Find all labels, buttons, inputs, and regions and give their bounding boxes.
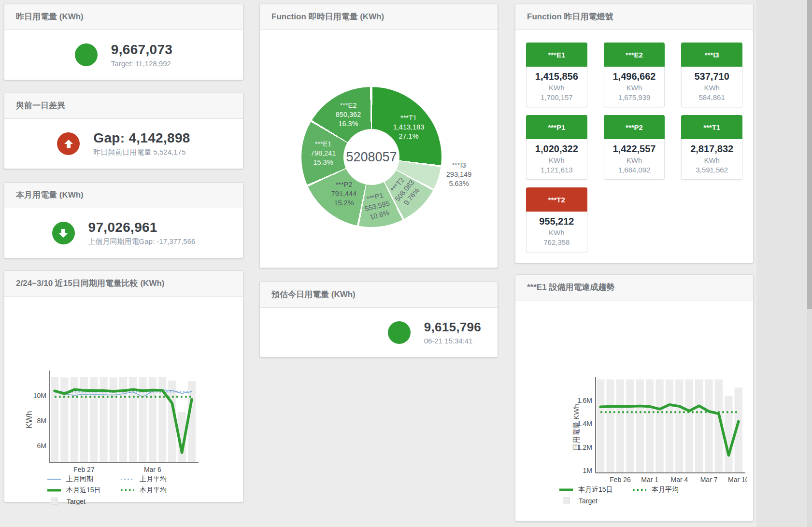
legend-box-icon <box>563 497 570 504</box>
tile-value: 1,415,856 <box>528 71 585 82</box>
panel-title: ***E1 設備用電達成趨勢 <box>515 275 753 300</box>
tile-body: 1,415,856KWh1,700,157 <box>526 67 587 107</box>
tile-name: ***E1 <box>526 43 587 67</box>
panel-title: Function 昨日用電燈號 <box>515 4 753 30</box>
svg-text:Feb 26: Feb 26 <box>610 476 631 484</box>
legend-box-icon <box>51 498 58 505</box>
panel-title: 2/24~3/10 近15日同期用電量比較 (KWh) <box>4 271 243 297</box>
stat-subtitle: 06-21 15:34:41 <box>424 337 481 345</box>
legend-line-icon <box>559 487 573 493</box>
legend-item[interactable]: 本月近15日 <box>559 484 632 495</box>
panel-month-usage: 本月用電量 (KWh) 97,026,961 上個月同期用電Gap: -17,3… <box>4 182 243 258</box>
stat-value: 97,026,961 <box>88 220 196 235</box>
legend-label: 本月平均 <box>140 486 167 495</box>
tile-body: 2,817,832KWh3,591,562 <box>681 139 742 180</box>
donut-segment-label: ***I3293,1495.63% <box>446 161 471 188</box>
compare-chart[interactable]: 6M8M10MFeb 27Mar 6 <box>26 370 200 476</box>
device-tile[interactable]: ***E21,496,662KWh1,675,939 <box>604 43 665 107</box>
legend-item[interactable]: 本月平均 <box>120 485 194 495</box>
svg-text:1.2M: 1.2M <box>577 443 592 451</box>
panel-yesterday-usage: 昨日用電量 (KWh) 9,667,073 Target: 11,128,992 <box>4 4 243 80</box>
svg-text:Mar 7: Mar 7 <box>700 476 718 484</box>
tile-value: 537,710 <box>684 71 740 82</box>
status-circle-icon <box>388 321 411 344</box>
tile-unit: KWh <box>684 156 740 164</box>
tile-body: 1,020,322KWh1,121,613 <box>526 139 587 180</box>
svg-text:Feb 27: Feb 27 <box>73 466 95 473</box>
tile-name: ***P2 <box>604 115 665 139</box>
trend-chart[interactable]: 1M1.2M1.4M1.6MFeb 26Mar 1Mar 4Mar 7Mar 1… <box>569 376 747 486</box>
legend-item[interactable]: Target <box>47 496 120 506</box>
tile-value: 1,496,662 <box>606 71 663 82</box>
trend-chart-legend: 本月近15日本月平均Target <box>559 484 706 506</box>
legend-line-icon <box>47 487 61 493</box>
panel-estimate-today: 預估今日用電量 (KWh) 9,615,796 06-21 15:34:41 <box>259 282 498 357</box>
panel-compare-chart: 2/24~3/10 近15日同期用電量比較 (KWh) KWh 6M8M10MF… <box>4 271 243 502</box>
tile-unit: KWh <box>528 84 585 92</box>
panel-title: Function 即時日用電量 (KWh) <box>260 4 498 30</box>
svg-text:Mar 1: Mar 1 <box>641 476 658 484</box>
panel-day-gap: 與前一日差異 Gap: 4,142,898 昨日與前日用電量 5,524,175 <box>4 93 243 169</box>
device-tile[interactable]: ***I3537,710KWh584,861 <box>681 43 742 107</box>
legend-item[interactable]: Target <box>559 496 632 506</box>
legend-label: Target <box>579 497 598 505</box>
device-tile-grid: ***E11,415,856KWh1,700,157***E21,496,662… <box>515 30 753 263</box>
tile-value: 955,212 <box>528 216 585 227</box>
tile-target: 3,591,562 <box>684 166 740 174</box>
svg-text:6M: 6M <box>37 442 46 450</box>
legend-item[interactable]: 上月平均 <box>120 474 194 484</box>
svg-text:Mar 6: Mar 6 <box>144 466 161 473</box>
legend-label: 上月平均 <box>140 475 167 484</box>
tile-value: 1,020,322 <box>528 143 585 155</box>
legend-line-icon <box>120 487 135 493</box>
device-tile[interactable]: ***T12,817,832KWh3,591,562 <box>681 115 742 180</box>
device-tile[interactable]: ***T2955,212KWh762,358 <box>526 187 587 252</box>
scrollbar-thumb[interactable] <box>807 0 812 309</box>
vertical-scrollbar[interactable] <box>807 0 812 527</box>
svg-text:8M: 8M <box>37 417 46 425</box>
device-tile[interactable]: ***E11,415,856KWh1,700,157 <box>526 43 587 107</box>
status-circle-icon <box>75 43 98 66</box>
tile-target: 1,675,939 <box>606 93 663 101</box>
stat-subtitle: 昨日與前日用電量 5,524,175 <box>93 148 190 157</box>
svg-text:Mar 10: Mar 10 <box>728 476 747 484</box>
arrow-up-icon <box>57 132 80 155</box>
device-tile[interactable]: ***P11,020,322KWh1,121,613 <box>526 115 587 180</box>
dashboard: 昨日用電量 (KWh) 9,667,073 Target: 11,128,992… <box>0 0 812 527</box>
panel-title: 昨日用電量 (KWh) <box>4 4 243 30</box>
tile-name: ***I3 <box>681 43 742 67</box>
legend-label: 本月近15日 <box>66 486 101 495</box>
donut-center-total: 5208057 <box>343 129 399 185</box>
panel-title: 與前一日差異 <box>4 93 243 119</box>
svg-text:10M: 10M <box>33 392 46 399</box>
legend-item[interactable]: 本月平均 <box>632 484 706 495</box>
tile-body: 1,496,662KWh1,675,939 <box>604 67 665 107</box>
tile-body: 537,710KWh584,861 <box>681 67 742 107</box>
panel-title: 本月用電量 (KWh) <box>4 183 243 208</box>
legend-item[interactable]: 本月近15日 <box>47 485 120 495</box>
compare-chart-legend: 上月同期上月平均本月近15日本月平均Target <box>47 474 194 506</box>
tile-name: ***T1 <box>681 115 742 139</box>
legend-line-icon <box>47 476 61 482</box>
stat-value: Gap: 4,142,898 <box>93 130 190 146</box>
tile-unit: KWh <box>606 156 663 164</box>
tile-target: 762,358 <box>528 238 585 246</box>
tile-name: ***P1 <box>526 115 587 139</box>
tile-unit: KWh <box>528 156 585 164</box>
tile-name: ***T2 <box>526 187 587 212</box>
legend-item[interactable]: 上月同期 <box>47 474 120 484</box>
tile-target: 1,684,092 <box>606 166 663 174</box>
tile-target: 1,121,613 <box>528 166 585 174</box>
panel-trend-chart: ***E1 設備用電達成趨勢 日用電量 KWh 1M1.2M1.4M1.6MFe… <box>515 274 754 522</box>
device-tile[interactable]: ***P21,422,557KWh1,684,092 <box>604 115 665 180</box>
tile-value: 1,422,557 <box>606 143 663 155</box>
svg-text:Mar 4: Mar 4 <box>671 476 688 484</box>
stat-subtitle: Target: 11,128,992 <box>111 59 172 68</box>
tile-target: 1,700,157 <box>528 93 585 101</box>
legend-line-icon <box>632 487 647 493</box>
panel-device-status: Function 昨日用電燈號 ***E11,415,856KWh1,700,1… <box>515 4 754 263</box>
tile-value: 2,817,832 <box>684 143 740 155</box>
donut-chart-area: 5208057 ***T11,413,18327.1%***I3293,1495… <box>260 30 498 268</box>
stat-value: 9,615,796 <box>424 320 481 335</box>
legend-label: 本月近15日 <box>578 485 613 494</box>
